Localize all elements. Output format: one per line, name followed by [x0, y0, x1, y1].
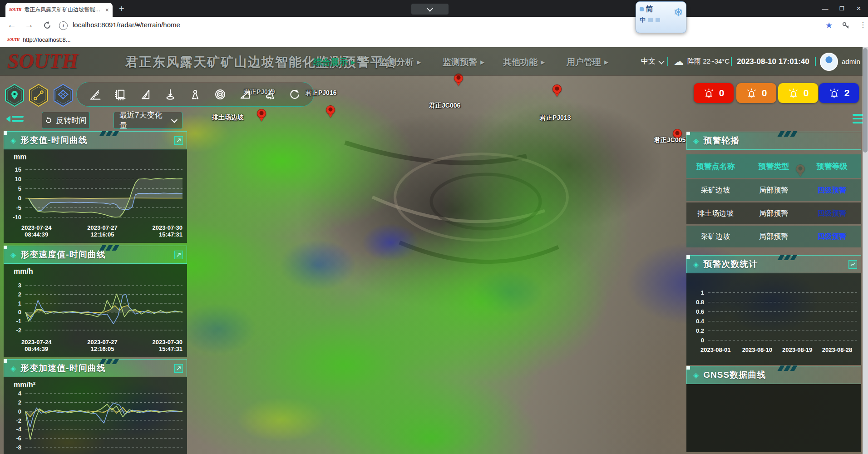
slash-decor [101, 131, 118, 136]
right-menu-icon[interactable] [853, 112, 863, 126]
ruler-measure-icon[interactable] [88, 87, 103, 102]
clear-broom-icon[interactable] [263, 87, 277, 102]
expand-icon[interactable] [174, 251, 183, 259]
chart-icon[interactable] [848, 260, 857, 269]
ime-keyboard-icon[interactable] [656, 18, 660, 22]
panel-header[interactable]: ◈ GNSS数据曲线 [686, 366, 861, 384]
bookmark-item[interactable]: SOUTH http://localhost:8... [7, 36, 71, 43]
panel-deform-velocity: ◈ 形变速度值-时间曲线 mm/h3210-1-22023-07-2408:44… [4, 246, 187, 357]
browser-tab[interactable]: SOUTH 君正东风露天矿矿山边坡智能化… × [5, 3, 113, 17]
back-icon[interactable]: ← [7, 20, 16, 30]
hex-tool-point-marker-icon[interactable] [4, 84, 25, 109]
app-viewport: SOUTH 君正东风露天矿矿山边坡智能化监测预警平台 综合展示▶监测分析▶监测预… [0, 47, 863, 454]
map-label: 排土场边坡 [212, 114, 244, 122]
alarm-point-name: 排土场边坡 [686, 209, 745, 218]
svg-text:0.2: 0.2 [696, 327, 704, 334]
alarm-bell-icon [746, 88, 757, 99]
diamond-icon: ◈ [693, 371, 699, 380]
panel-title: 形变加速值-时间曲线 [20, 362, 105, 374]
map-label: 君正JC006 [429, 102, 460, 110]
diamond-icon: ◈ [693, 137, 699, 145]
map-pin-1-icon[interactable] [552, 84, 562, 98]
svg-text:-1: -1 [16, 318, 21, 325]
legend-scale-icon[interactable] [113, 87, 128, 102]
collapse-panel-button[interactable] [3, 114, 24, 124]
url-text[interactable]: localhost:8091/radar/#/terrain/home [73, 21, 180, 29]
password-key-icon[interactable] [842, 21, 850, 30]
ime-widget[interactable]: 简 中 ❄ [636, 1, 686, 33]
svg-text:-10: -10 [13, 214, 21, 221]
panel-header[interactable]: ◈ 形变加速值-时间曲线 [4, 359, 187, 377]
expand-icon[interactable] [174, 136, 183, 145]
view-angle-icon[interactable] [188, 87, 202, 102]
slash-decor [779, 131, 796, 137]
window-maximize-button[interactable]: ❐ [833, 0, 850, 17]
browser-url-bar: ← → i localhost:8091/radar/#/terrain/hom… [0, 17, 868, 35]
refresh-icon[interactable] [287, 87, 302, 102]
deform-value-chart: mm151050-5-102023-07-2408:44:392023-07-2… [4, 149, 187, 243]
panel-header[interactable]: ◈ 预警次数统计 [686, 255, 861, 273]
alert-level-badge-1[interactable]: 0 [694, 83, 734, 103]
point-elevation-icon[interactable] [163, 87, 178, 102]
ime-tool-icon[interactable] [648, 18, 653, 22]
user-menu[interactable]: admin [820, 47, 863, 76]
panel-deform-accel: ◈ 形变加速值-时间曲线 mm/h²420-2-4-6-8 [4, 359, 187, 454]
reverse-time-button[interactable]: 反转时间 [42, 112, 90, 129]
separator [731, 47, 732, 76]
scrollbar-thumb[interactable] [863, 48, 868, 153]
window-minimize-button[interactable]: — [817, 0, 833, 17]
svg-text:2023-07-24: 2023-07-24 [21, 224, 52, 231]
svg-text:4: 4 [18, 390, 22, 397]
tab-search-dropdown[interactable] [411, 4, 449, 15]
slash-decor [779, 255, 796, 260]
new-tab-button[interactable]: + [119, 4, 124, 14]
forward-icon[interactable]: → [25, 20, 34, 30]
panel-header[interactable]: ◈ 形变速度值-时间曲线 [4, 246, 187, 264]
svg-text:mm: mm [14, 153, 26, 161]
notch [4, 246, 7, 249]
bookmarks-bar: SOUTH http://localhost:8... [0, 34, 868, 48]
alarm-row-2[interactable]: 采矿边坡局部预警四级预警 [686, 226, 861, 247]
site-info-icon[interactable]: i [59, 21, 68, 30]
language-select[interactable]: 中文 [641, 47, 664, 76]
alarm-row-0[interactable]: 采矿边坡局部预警四级预警 [686, 179, 861, 201]
svg-text:08:44:39: 08:44:39 [25, 231, 48, 238]
alarm-row-1[interactable]: 排土场边坡局部预警四级预警 [686, 202, 861, 224]
notch [686, 132, 690, 135]
set-square-icon[interactable] [138, 87, 153, 102]
panel-header[interactable]: ◈ 形变值-时间曲线 [4, 131, 187, 149]
expand-icon[interactable] [174, 364, 183, 373]
radar-rings-icon[interactable] [213, 87, 227, 102]
alarm-type: 局部预警 [745, 186, 803, 195]
range-select-dropdown[interactable]: 最近7天变化量 [113, 112, 182, 129]
panel-title: 预警轮播 [703, 135, 740, 147]
slash-decor [101, 359, 118, 364]
hex-tool-area-measure-icon[interactable] [52, 84, 74, 109]
svg-text:-2: -2 [16, 327, 21, 334]
panel-header[interactable]: ◈ 预警轮播 [686, 132, 861, 150]
notch [686, 255, 690, 259]
svg-text:0: 0 [18, 195, 21, 202]
alert-level-badge-4[interactable]: 2 [819, 83, 859, 103]
map-pin-2-icon[interactable] [257, 109, 267, 123]
svg-text:2023-07-27: 2023-07-27 [87, 339, 118, 345]
bookmark-star-icon[interactable]: ★ [825, 20, 833, 30]
warn-stats-chart: 10.80.60.40.202023-08-012023-08-102023-0… [686, 273, 861, 365]
tab-close-icon[interactable]: × [105, 7, 109, 13]
reload-icon[interactable] [43, 21, 52, 30]
notch [686, 366, 690, 370]
slope-angle-icon[interactable] [238, 87, 252, 102]
alert-level-badge-2[interactable]: 0 [736, 83, 776, 103]
svg-text:10: 10 [15, 176, 21, 183]
snowflake-icon: ❄ [673, 5, 683, 20]
alert-level-badge-3[interactable]: 0 [778, 83, 818, 103]
alert-count: 0 [762, 88, 767, 99]
browser-menu-icon[interactable]: ⋮ [859, 20, 867, 29]
map-pin-3-icon[interactable] [326, 105, 336, 119]
datetime-text: 2023-08-10 17:01:40 [737, 57, 809, 66]
window-close-button[interactable]: × [850, 0, 867, 17]
page-scrollbar[interactable] [863, 47, 868, 454]
alert-count: 0 [804, 88, 809, 99]
hex-tool-line-measure-icon[interactable] [28, 84, 49, 109]
alarm-level: 四级预警 [803, 232, 861, 242]
